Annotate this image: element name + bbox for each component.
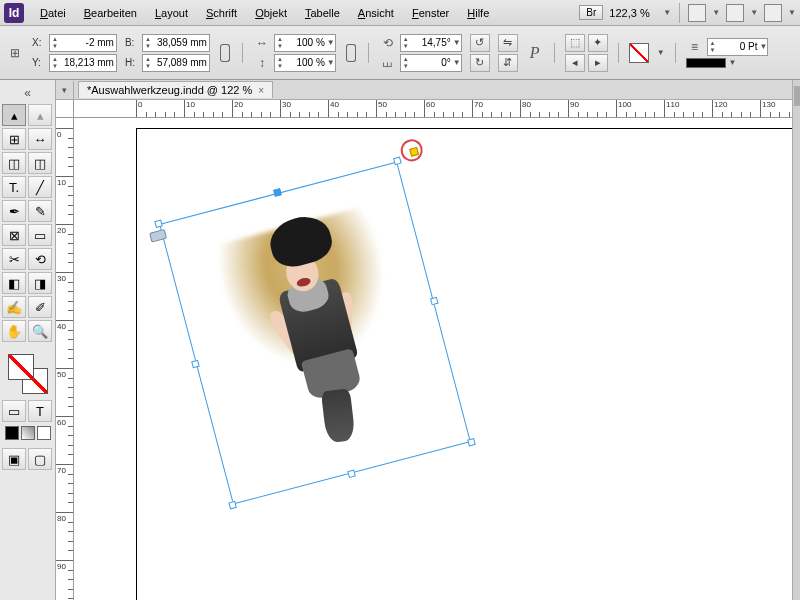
chevron-down-icon[interactable]: ▼ <box>657 48 665 57</box>
close-tab-icon[interactable]: × <box>258 85 264 96</box>
collapse-icon[interactable]: « <box>2 84 53 102</box>
fill-none-swatch[interactable] <box>629 43 649 63</box>
x-input[interactable]: ▲▼ <box>49 34 117 52</box>
select-next-button[interactable]: ▸ <box>588 54 608 72</box>
flip-horizontal-button[interactable]: ⇋ <box>498 34 518 52</box>
tab-overflow-icon[interactable]: ▾ <box>56 81 74 99</box>
bridge-button[interactable]: Br <box>579 5 603 20</box>
document-tabbar: ▾ *Auswahlwerkzeug.indd @ 122 % × <box>56 80 800 100</box>
menu-bearbeiten[interactable]: Bearbeiten <box>76 4 145 22</box>
rotate-cw-button[interactable]: ↻ <box>470 54 490 72</box>
constrain-proportions-icon[interactable] <box>218 38 232 68</box>
select-content-button[interactable]: ✦ <box>588 34 608 52</box>
preview-view-button[interactable]: ▢ <box>28 448 52 470</box>
stroke-weight-icon: ≡ <box>686 38 704 56</box>
menu-datei[interactable]: Datei <box>32 4 74 22</box>
menu-fenster[interactable]: Fenster <box>404 4 457 22</box>
shear-icon: ⧢ <box>379 54 397 72</box>
height-input[interactable]: ▲▼ <box>142 54 210 72</box>
apply-gradient-icon[interactable] <box>21 426 35 440</box>
w-label: B: <box>125 37 139 48</box>
stroke-style-swatch[interactable] <box>686 58 726 68</box>
menu-ansicht[interactable]: Ansicht <box>350 4 402 22</box>
rotate-icon: ⟲ <box>379 34 397 52</box>
gradient-feather-tool[interactable]: ◨ <box>28 272 52 294</box>
view-options-icon[interactable] <box>688 4 706 22</box>
panel-grip-icon[interactable] <box>794 86 800 106</box>
p-icon: P <box>526 44 544 62</box>
selection-tool[interactable]: ▴ <box>2 104 26 126</box>
select-prev-button[interactable]: ◂ <box>565 54 585 72</box>
flip-vertical-button[interactable]: ⇵ <box>498 54 518 72</box>
content-placer-tool[interactable]: ◫ <box>28 152 52 174</box>
rectangle-tool[interactable]: ▭ <box>28 224 52 246</box>
chevron-down-icon[interactable]: ▼ <box>729 58 737 67</box>
free-transform-tool[interactable]: ⟲ <box>28 248 52 270</box>
menu-objekt[interactable]: Objekt <box>247 4 295 22</box>
panel-dock[interactable] <box>792 80 800 600</box>
constrain-scale-icon[interactable] <box>344 38 358 68</box>
step-down-icon[interactable]: ▼ <box>50 43 60 50</box>
scale-y-input[interactable]: ▲▼ ▼ <box>274 54 336 72</box>
canvas[interactable] <box>74 118 800 600</box>
chevron-down-icon[interactable]: ▼ <box>750 8 758 17</box>
rectangle-frame-tool[interactable]: ⊠ <box>2 224 26 246</box>
content-collector-tool[interactable]: ◫ <box>2 152 26 174</box>
stroke-weight-input[interactable]: ▲▼ ▼ <box>707 38 769 56</box>
ruler-horizontal[interactable]: 0102030405060708090100110120130140150 <box>74 100 800 118</box>
reference-point-icon[interactable]: ⊞ <box>6 44 24 62</box>
h-label: H: <box>125 57 139 68</box>
line-tool[interactable]: ╱ <box>28 176 52 198</box>
y-input[interactable]: ▲▼ <box>49 54 117 72</box>
chevron-down-icon[interactable]: ▼ <box>788 8 796 17</box>
apply-color-icon[interactable] <box>5 426 19 440</box>
scale-x-icon: ↔ <box>253 34 271 52</box>
step-up-icon[interactable]: ▲ <box>50 36 60 43</box>
arrange-icon[interactable] <box>764 4 782 22</box>
select-container-button[interactable]: ⬚ <box>565 34 585 52</box>
pencil-tool[interactable]: ✎ <box>28 200 52 222</box>
control-bar: ⊞ X: ▲▼ Y: ▲▼ B: ▲▼ H: ▲ <box>0 26 800 80</box>
formatting-container-button[interactable]: ▭ <box>2 400 26 422</box>
scale-x-input[interactable]: ▲▼ ▼ <box>274 34 336 52</box>
chevron-down-icon: ▼ <box>663 8 671 17</box>
zoom-tool[interactable]: 🔍 <box>28 320 52 342</box>
width-input[interactable]: ▲▼ <box>142 34 210 52</box>
direct-selection-tool[interactable]: ▴ <box>28 104 52 126</box>
normal-view-button[interactable]: ▣ <box>2 448 26 470</box>
ruler-vertical[interactable]: 0102030405060708090 <box>56 118 74 600</box>
formatting-text-button[interactable]: T <box>28 400 52 422</box>
menu-schrift[interactable]: Schrift <box>198 4 245 22</box>
shear-input[interactable]: ▲▼ ▼ <box>400 54 462 72</box>
gradient-swatch-tool[interactable]: ◧ <box>2 272 26 294</box>
eyedropper-tool[interactable]: ✐ <box>28 296 52 318</box>
tools-panel: « ▴ ▴ ⊞ ↔ ◫ ◫ T. ╱ ✒ ✎ ⊠ ▭ ✂ ⟲ ◧ <box>0 80 56 600</box>
pen-tool[interactable]: ✒ <box>2 200 26 222</box>
hand-tool[interactable]: ✋ <box>2 320 26 342</box>
menu-hilfe[interactable]: Hilfe <box>459 4 497 22</box>
menu-layout[interactable]: Layout <box>147 4 196 22</box>
fill-stroke-swatch[interactable] <box>8 354 48 394</box>
document-area: ▾ *Auswahlwerkzeug.indd @ 122 % × 010203… <box>56 80 800 600</box>
document-tab[interactable]: *Auswahlwerkzeug.indd @ 122 % × <box>78 81 273 98</box>
menu-tabelle[interactable]: Tabelle <box>297 4 348 22</box>
menubar: Id Datei Bearbeiten Layout Schrift Objek… <box>0 0 800 26</box>
type-tool[interactable]: T. <box>2 176 26 198</box>
x-label: X: <box>32 37 46 48</box>
apply-mode-row[interactable] <box>2 426 53 440</box>
app-icon: Id <box>4 3 24 23</box>
y-label: Y: <box>32 57 46 68</box>
rotate-input[interactable]: ▲▼ ▼ <box>400 34 462 52</box>
page-tool[interactable]: ⊞ <box>2 128 26 150</box>
screen-mode-icon[interactable] <box>726 4 744 22</box>
chevron-down-icon[interactable]: ▼ <box>712 8 720 17</box>
gap-tool[interactable]: ↔ <box>28 128 52 150</box>
zoom-level[interactable]: 122,3 % ▼ <box>609 7 671 19</box>
divider <box>679 3 680 23</box>
document-tab-title: *Auswahlwerkzeug.indd @ 122 % <box>87 84 252 96</box>
note-tool[interactable]: ✍ <box>2 296 26 318</box>
rotate-ccw-button[interactable]: ↺ <box>470 34 490 52</box>
apply-none-icon[interactable] <box>37 426 51 440</box>
ruler-origin[interactable] <box>56 100 74 118</box>
scissors-tool[interactable]: ✂ <box>2 248 26 270</box>
